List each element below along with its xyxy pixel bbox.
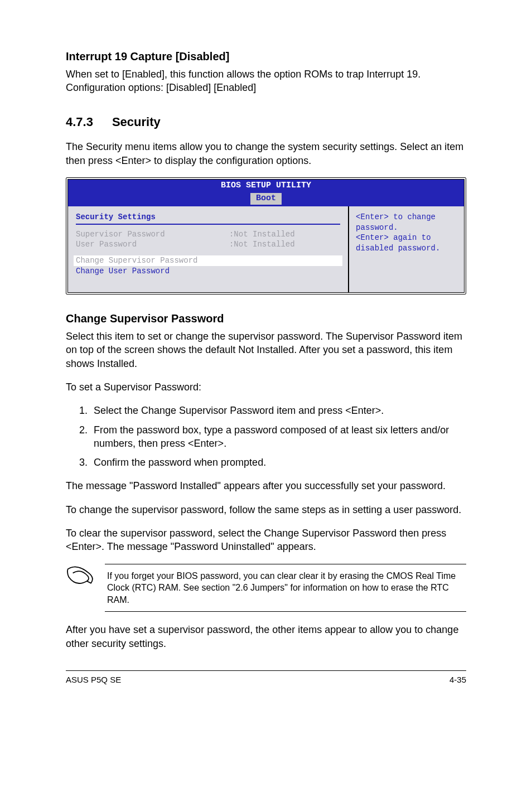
bios-row-val: :Not Installed [229,239,295,250]
para-csp-5: To clear the supervisor password, select… [66,526,466,554]
section-number: 4.7.3 [66,114,93,131]
para-csp-1: Select this item to set or change the su… [66,330,466,370]
para-security-intro: The Security menu items allow you to cha… [66,140,466,167]
para-csp-4: To change the supervisor password, follo… [66,503,466,516]
bios-tab-boot: Boot [250,193,282,204]
bios-left-panel: Security Settings Supervisor Password :N… [68,206,349,292]
bios-header: BIOS SETUP UTILITY [68,180,464,191]
footer-left: ASUS P5Q SE [66,674,121,685]
bios-row-user: User Password :Not Installed [76,239,340,250]
bios-row-val: :Not Installed [229,229,295,240]
bios-link-label: Change Supervisor Password [76,255,197,266]
note-block: If you forget your BIOS password, you ca… [66,564,466,612]
bios-help-panel: <Enter> to change password. <Enter> agai… [349,206,464,292]
step-item: From the password box, type a password c… [90,423,466,451]
bios-row-change-supervisor: Change Supervisor Password [74,255,342,266]
para-csp-2: To set a Supervisor Password: [66,380,466,394]
note-text: If you forget your BIOS password, you ca… [105,564,466,612]
bios-row-label: User Password [76,239,229,250]
note-icon [66,564,105,590]
heading-change-supervisor: Change Supervisor Password [66,311,466,326]
bios-row-change-user: Change User Password [76,266,340,277]
section-title: Security [112,114,161,131]
bios-tab-row: Boot [68,190,464,206]
bios-divider [76,224,340,225]
heading-interrupt19: Interrupt 19 Capture [Disabled] [66,49,466,64]
steps-list: Select the Change Supervisor Password it… [66,404,466,469]
para-csp-6: After you have set a supervisor password… [66,623,466,650]
bios-row-supervisor: Supervisor Password :Not Installed [76,229,340,240]
bios-help-text: <Enter> to change password. <Enter> agai… [356,212,440,253]
bios-link-label: Change User Password [76,266,170,277]
bios-row-label: Supervisor Password [76,229,229,240]
para-interrupt19: When set to [Enabled], this function all… [66,67,466,95]
step-item: Select the Change Supervisor Password it… [90,404,466,417]
step-item: Confirm the password when prompted. [90,456,466,469]
footer-right: 4-35 [449,674,466,685]
page-footer: ASUS P5Q SE 4-35 [66,670,466,685]
para-csp-3: The message "Password Installed" appears… [66,479,466,492]
bios-screenshot: BIOS SETUP UTILITY Boot Security Setting… [66,177,466,294]
bios-panel-title: Security Settings [76,212,340,223]
